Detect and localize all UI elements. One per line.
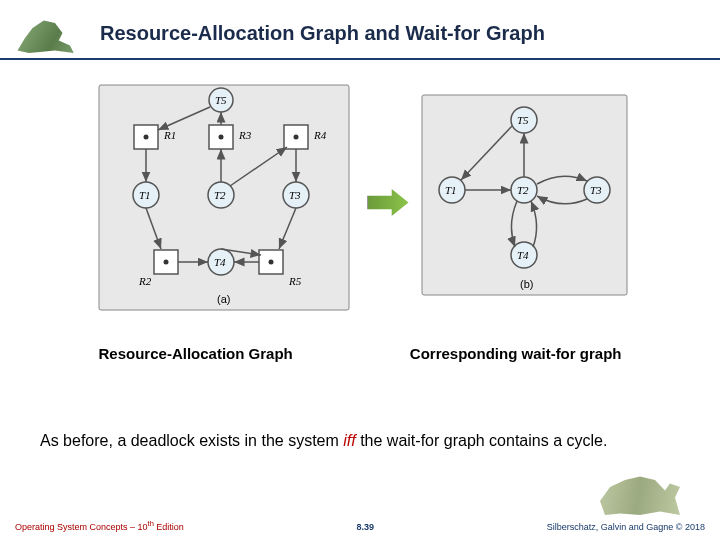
label-t4: T4 (214, 256, 226, 268)
svg-point-6 (293, 135, 298, 140)
slide-header: Resource-Allocation Graph and Wait-for G… (0, 0, 720, 60)
wf-t2: T2 (517, 184, 529, 196)
diagram-a-label: (a) (217, 293, 230, 305)
body-iff: iff (343, 432, 355, 449)
svg-point-2 (143, 135, 148, 140)
resource-allocation-graph: R1 R3 R4 T5 T1 T2 T3 R2 R5 T4 (a) (89, 75, 359, 330)
diagram-b-label: (b) (520, 278, 533, 290)
caption-b: Corresponding wait-for graph (410, 345, 622, 362)
diagram-row: R1 R3 R4 T5 T1 T2 T3 R2 R5 T4 (a) T5 T1 … (40, 75, 680, 330)
content-area: R1 R3 R4 T5 T1 T2 T3 R2 R5 T4 (a) T5 T1 … (0, 65, 720, 402)
footer-center: 8.39 (357, 522, 375, 532)
slide-footer: Operating System Concepts – 10th Edition… (0, 519, 720, 532)
dinosaur-logo-icon (10, 8, 85, 58)
transform-arrow-icon (367, 189, 409, 216)
footer-right: Silberschatz, Galvin and Gagne © 2018 (547, 522, 705, 532)
body-text: As before, a deadlock exists in the syst… (40, 432, 680, 450)
svg-point-4 (218, 135, 223, 140)
wait-for-graph: T5 T1 T2 T3 T4 (b) (417, 90, 632, 315)
label-r2: R2 (138, 275, 152, 287)
footer-left: Operating System Concepts – 10th Edition (15, 519, 184, 532)
wf-t4: T4 (517, 249, 529, 261)
caption-a: Resource-Allocation Graph (99, 345, 293, 362)
label-t2: T2 (214, 189, 226, 201)
label-t5: T5 (215, 94, 227, 106)
slide-title: Resource-Allocation Graph and Wait-for G… (100, 22, 545, 45)
label-r4: R4 (313, 129, 327, 141)
caption-row: Resource-Allocation Graph Corresponding … (40, 345, 680, 362)
wf-t3: T3 (590, 184, 602, 196)
body-pre: As before, a deadlock exists in the syst… (40, 432, 343, 449)
svg-point-12 (163, 260, 168, 265)
label-t3: T3 (289, 189, 301, 201)
label-r3: R3 (238, 129, 252, 141)
label-r1: R1 (163, 129, 176, 141)
wf-t5: T5 (517, 114, 529, 126)
wf-t1: T1 (445, 184, 457, 196)
svg-point-14 (268, 260, 273, 265)
body-post: the wait-for graph contains a cycle. (356, 432, 608, 449)
dinosaur-watermark-icon (590, 452, 690, 522)
label-r5: R5 (288, 275, 302, 287)
label-t1: T1 (139, 189, 151, 201)
